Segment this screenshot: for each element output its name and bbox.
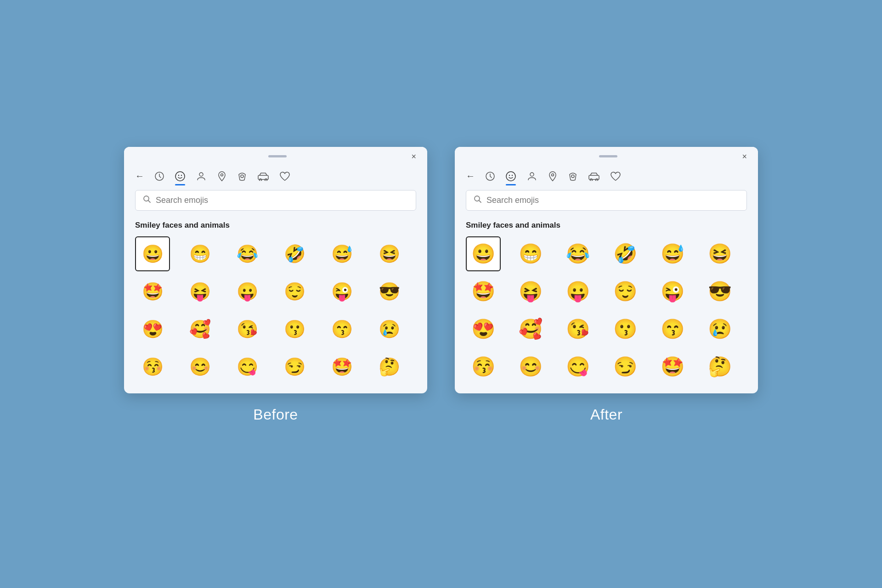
titlebar-center2 [477,155,739,157]
emoji-cell[interactable]: 😙 [655,312,690,347]
back-icon-after[interactable]: ← [466,171,475,181]
emoji-cell[interactable]: 😂 [560,236,595,271]
search-icon-after [474,195,482,206]
emoji-cell[interactable]: 😝 [182,274,217,309]
svg-point-15 [512,174,513,175]
svg-point-2 [178,174,179,175]
emoji-cell[interactable]: 😅 [324,236,359,271]
smiley-icon[interactable] [175,171,186,182]
emoji-cell[interactable]: 😎 [372,274,407,309]
svg-point-18 [571,175,574,178]
emoji-cell[interactable]: 😋 [230,349,265,384]
emoji-cell[interactable]: 😏 [608,349,643,384]
before-panel: × ← [124,147,427,393]
before-label: Before [253,406,298,423]
vehicle-icon[interactable] [257,172,269,181]
svg-point-1 [175,172,185,181]
emoji-cell[interactable]: 😢 [702,312,737,347]
after-nav-bar: ← [466,171,747,182]
after-search-bar[interactable] [466,190,747,211]
emoji-cell[interactable]: 😀 [135,236,170,271]
emoji-cell[interactable]: 😆 [702,236,737,271]
drag-handle2 [599,155,617,157]
emoji-cell[interactable]: 😜 [324,274,359,309]
before-panel-body: ← [124,164,427,393]
before-nav-bar: ← [135,171,416,182]
titlebar-center [146,155,408,157]
emoji-cell[interactable]: 😗 [277,312,312,347]
after-titlebar: × [455,147,758,164]
emoji-cell[interactable]: 😆 [372,236,407,271]
emoji-cell[interactable]: 🤩 [135,274,170,309]
emoji-cell[interactable]: 😗 [608,312,643,347]
after-panel-wrapper: × ← [455,147,758,423]
recent-icon[interactable] [154,171,164,181]
search-input-after[interactable] [486,196,739,205]
emoji-cell[interactable]: 😙 [324,312,359,347]
heart-icon-after[interactable] [610,171,621,181]
emoji-cell[interactable]: 😜 [655,274,690,309]
before-titlebar: × [124,147,427,164]
after-panel-body: ← [455,164,758,393]
before-section-title: Smiley faces and animals [135,221,416,230]
emoji-cell[interactable]: 😛 [230,274,265,309]
emoji-cell[interactable]: 😢 [372,312,407,347]
before-emoji-grid: 😀 😁 😂 🤣 😅 😆 🤩 😝 😛 😌 😜 😎 😍 🥰 😘 😗 [135,236,416,384]
emoji-cell[interactable]: 😏 [277,349,312,384]
before-search-bar[interactable] [135,190,416,211]
emoji-cell[interactable]: 😁 [513,236,548,271]
after-label: After [590,406,622,423]
emoji-cell[interactable]: 🤩 [324,349,359,384]
food-icon-after[interactable] [568,171,578,182]
search-icon [143,195,151,206]
emoji-cell[interactable]: 😍 [466,312,501,347]
emoji-cell[interactable]: 😚 [466,349,501,384]
emoji-cell[interactable]: 😊 [513,349,548,384]
emoji-cell[interactable]: 🤩 [466,274,501,309]
emoji-cell[interactable]: 😘 [230,312,265,347]
before-panel-wrapper: × ← [124,147,427,423]
emoji-cell[interactable]: 😌 [277,274,312,309]
emoji-cell[interactable]: 😊 [182,349,217,384]
close-button[interactable]: × [408,151,419,162]
emoji-cell[interactable]: 😂 [230,236,265,271]
emoji-cell[interactable]: 🤩 [655,349,690,384]
svg-point-17 [552,174,554,176]
drag-handle [268,155,287,157]
heart-icon[interactable] [279,171,290,181]
emoji-cell[interactable]: 😛 [560,274,595,309]
location-icon-after[interactable] [548,171,558,182]
emoji-cell[interactable]: 😁 [182,236,217,271]
svg-line-23 [479,200,481,202]
recent-icon-after[interactable] [485,171,495,181]
emoji-cell[interactable]: 😘 [560,312,595,347]
back-icon[interactable]: ← [135,171,144,181]
emoji-cell[interactable]: 😅 [655,236,690,271]
after-section-title: Smiley faces and animals [466,221,747,230]
emoji-cell[interactable]: 🤔 [372,349,407,384]
food-icon[interactable] [237,171,247,182]
person-icon[interactable] [196,171,207,182]
emoji-cell[interactable]: 😌 [608,274,643,309]
person-icon-after[interactable] [526,171,537,182]
emoji-cell[interactable]: 🤣 [277,236,312,271]
emoji-cell[interactable]: 😚 [135,349,170,384]
svg-point-13 [506,172,515,181]
emoji-cell[interactable]: 😎 [702,274,737,309]
emoji-cell[interactable]: 😋 [560,349,595,384]
search-input[interactable] [156,196,408,205]
emoji-cell[interactable]: 🤔 [702,349,737,384]
close-button-after[interactable]: × [739,151,750,162]
emoji-cell[interactable]: 😝 [513,274,548,309]
emoji-cell[interactable]: 😍 [135,312,170,347]
smiley-icon-after[interactable] [505,171,516,182]
after-emoji-grid: 😀 😁 😂 🤣 😅 😆 🤩 😝 😛 😌 😜 😎 😍 🥰 😘 😗 [466,236,747,384]
after-panel: × ← [455,147,758,393]
svg-line-11 [148,200,151,202]
emoji-cell[interactable]: 😀 [466,236,501,271]
emoji-cell[interactable]: 🤣 [608,236,643,271]
vehicle-icon-after[interactable] [588,172,600,181]
emoji-cell[interactable]: 🥰 [513,312,548,347]
emoji-cell[interactable]: 🥰 [182,312,217,347]
location-icon[interactable] [217,171,227,182]
